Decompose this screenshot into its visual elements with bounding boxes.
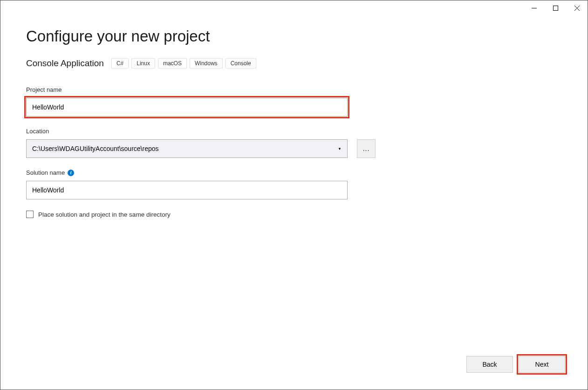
tag-linux: Linux bbox=[131, 58, 155, 68]
project-name-label: Project name bbox=[26, 86, 562, 93]
location-group: Location C:\Users\WDAGUtilityAccount\sou… bbox=[26, 128, 562, 158]
solution-name-label: Solution name i bbox=[26, 169, 562, 176]
location-combobox[interactable]: C:\Users\WDAGUtilityAccount\source\repos… bbox=[26, 139, 348, 158]
info-icon[interactable]: i bbox=[68, 170, 74, 176]
minimize-icon bbox=[532, 6, 537, 11]
project-name-group: Project name bbox=[26, 86, 562, 116]
tag-console: Console bbox=[226, 58, 256, 68]
close-icon bbox=[574, 6, 580, 11]
minimize-button[interactable] bbox=[523, 0, 545, 15]
same-directory-checkbox[interactable] bbox=[26, 211, 34, 218]
tag-windows: Windows bbox=[190, 58, 223, 68]
titlebar bbox=[523, 0, 588, 15]
page-title: Configure your new project bbox=[26, 27, 562, 45]
footer: Back Next bbox=[466, 356, 565, 373]
chevron-down-icon: ▼ bbox=[338, 147, 342, 151]
maximize-icon bbox=[553, 6, 558, 11]
template-tags: C# Linux macOS Windows Console bbox=[111, 58, 256, 68]
same-directory-row: Place solution and project in the same d… bbox=[26, 211, 562, 218]
browse-button[interactable]: ... bbox=[357, 139, 376, 158]
location-value: C:\Users\WDAGUtilityAccount\source\repos bbox=[32, 145, 159, 152]
location-label: Location bbox=[26, 128, 562, 135]
location-row: C:\Users\WDAGUtilityAccount\source\repos… bbox=[26, 139, 562, 158]
same-directory-label: Place solution and project in the same d… bbox=[38, 211, 171, 218]
solution-name-group: Solution name i bbox=[26, 169, 562, 199]
template-info-row: Console Application C# Linux macOS Windo… bbox=[26, 58, 562, 68]
template-name: Console Application bbox=[26, 58, 104, 68]
maximize-button[interactable] bbox=[545, 0, 566, 15]
next-button[interactable]: Next bbox=[519, 356, 565, 373]
back-button[interactable]: Back bbox=[466, 356, 513, 373]
tag-macos: macOS bbox=[158, 58, 187, 68]
close-button[interactable] bbox=[566, 0, 588, 15]
solution-name-label-text: Solution name bbox=[26, 169, 65, 176]
tag-csharp: C# bbox=[111, 58, 129, 68]
main-content: Configure your new project Console Appli… bbox=[0, 0, 588, 218]
solution-name-input[interactable] bbox=[26, 181, 348, 199]
project-name-input[interactable] bbox=[26, 98, 348, 116]
svg-rect-1 bbox=[553, 6, 558, 10]
